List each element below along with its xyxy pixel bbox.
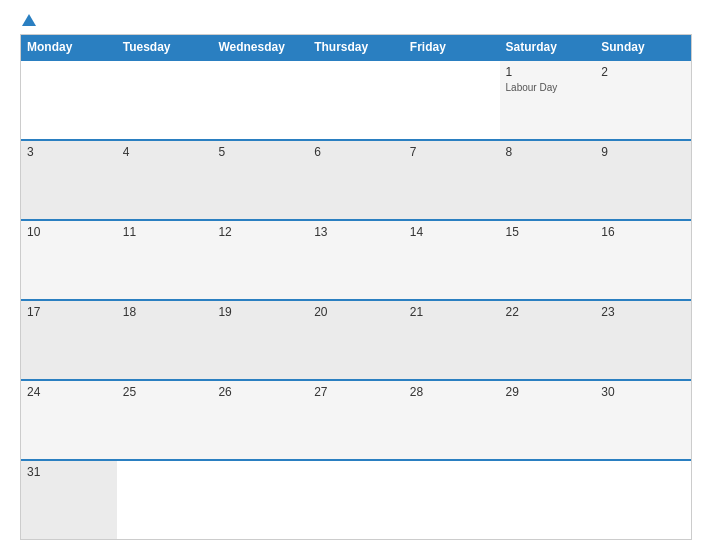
cal-cell [212,461,308,539]
week-row-2: 3456789 [21,139,691,219]
day-number: 28 [410,385,494,399]
cal-cell: 24 [21,381,117,459]
day-number: 23 [601,305,685,319]
day-number: 17 [27,305,111,319]
cal-cell: 27 [308,381,404,459]
cal-cell [404,61,500,139]
cal-cell: 16 [595,221,691,299]
header-day-monday: Monday [21,35,117,59]
day-number: 24 [27,385,111,399]
week-row-5: 24252627282930 [21,379,691,459]
cal-cell: 13 [308,221,404,299]
header-day-saturday: Saturday [500,35,596,59]
cal-cell: 5 [212,141,308,219]
cal-cell: 18 [117,301,213,379]
cal-cell [117,61,213,139]
cal-cell [404,461,500,539]
day-number: 6 [314,145,398,159]
cal-cell: 12 [212,221,308,299]
day-number: 22 [506,305,590,319]
day-number: 30 [601,385,685,399]
cal-cell [500,461,596,539]
cal-cell: 31 [21,461,117,539]
cal-cell [595,461,691,539]
day-number: 8 [506,145,590,159]
cal-cell: 1Labour Day [500,61,596,139]
cal-cell: 7 [404,141,500,219]
cal-cell [308,461,404,539]
cal-cell: 28 [404,381,500,459]
cal-cell: 20 [308,301,404,379]
day-number: 29 [506,385,590,399]
header-day-sunday: Sunday [595,35,691,59]
cal-cell: 14 [404,221,500,299]
cal-cell: 26 [212,381,308,459]
day-number: 7 [410,145,494,159]
week-row-6: 31 [21,459,691,539]
day-number: 18 [123,305,207,319]
cal-cell: 23 [595,301,691,379]
header-day-friday: Friday [404,35,500,59]
cal-cell: 11 [117,221,213,299]
calendar: MondayTuesdayWednesdayThursdayFridaySatu… [20,34,692,540]
day-number: 3 [27,145,111,159]
cal-cell: 10 [21,221,117,299]
day-number: 5 [218,145,302,159]
page: MondayTuesdayWednesdayThursdayFridaySatu… [0,0,712,550]
cal-cell: 30 [595,381,691,459]
week-row-4: 17181920212223 [21,299,691,379]
header-day-wednesday: Wednesday [212,35,308,59]
day-number: 12 [218,225,302,239]
day-number: 15 [506,225,590,239]
day-number: 20 [314,305,398,319]
day-number: 11 [123,225,207,239]
cal-cell [21,61,117,139]
day-number: 25 [123,385,207,399]
day-number: 9 [601,145,685,159]
day-number: 26 [218,385,302,399]
cal-cell [308,61,404,139]
day-event: Labour Day [506,82,590,93]
cal-cell: 25 [117,381,213,459]
cal-cell: 17 [21,301,117,379]
cal-cell: 15 [500,221,596,299]
cal-cell: 2 [595,61,691,139]
logo-triangle-icon [22,14,36,26]
day-number: 16 [601,225,685,239]
day-number: 27 [314,385,398,399]
day-number: 19 [218,305,302,319]
day-number: 2 [601,65,685,79]
header-day-thursday: Thursday [308,35,404,59]
cal-cell: 4 [117,141,213,219]
cal-cell: 21 [404,301,500,379]
day-number: 31 [27,465,111,479]
calendar-header [20,16,692,26]
header-day-tuesday: Tuesday [117,35,213,59]
week-row-3: 10111213141516 [21,219,691,299]
cal-cell: 29 [500,381,596,459]
day-number: 13 [314,225,398,239]
cal-cell: 8 [500,141,596,219]
logo-stack [20,16,36,26]
day-number: 1 [506,65,590,79]
cal-cell: 3 [21,141,117,219]
calendar-body: 1Labour Day23456789101112131415161718192… [21,59,691,539]
day-number: 21 [410,305,494,319]
cal-cell: 19 [212,301,308,379]
day-number: 14 [410,225,494,239]
week-row-1: 1Labour Day2 [21,59,691,139]
day-number: 10 [27,225,111,239]
logo [20,16,36,26]
cal-cell: 9 [595,141,691,219]
logo-row [20,16,36,26]
cal-cell [117,461,213,539]
cal-cell: 6 [308,141,404,219]
day-number: 4 [123,145,207,159]
cal-cell: 22 [500,301,596,379]
calendar-header-row: MondayTuesdayWednesdayThursdayFridaySatu… [21,35,691,59]
cal-cell [212,61,308,139]
